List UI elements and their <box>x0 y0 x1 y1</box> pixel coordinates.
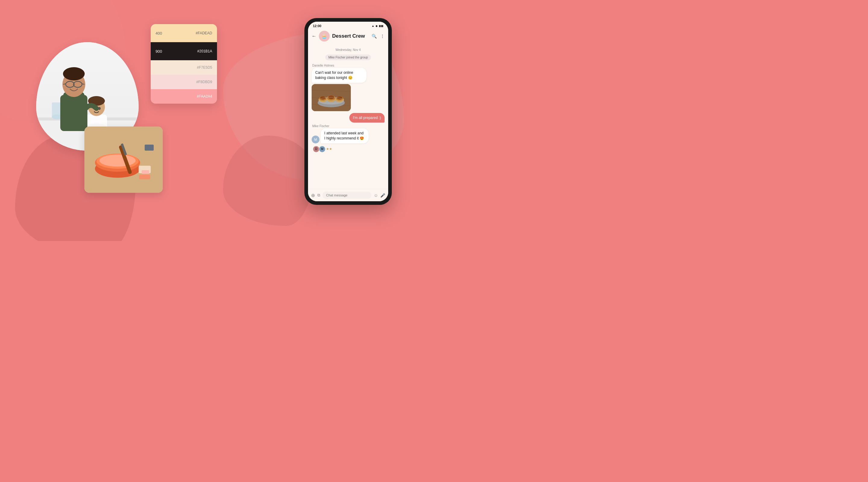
system-message: Mike Fischer joined the group <box>325 55 371 60</box>
status-icons: ▲ ◆ ▮▮▮ <box>372 24 383 27</box>
message-text-outgoing: I'm all prepared :) <box>353 116 381 120</box>
reaction-stars: ★★ <box>326 147 332 151</box>
emoji-mike: 😍 <box>360 136 364 140</box>
status-time: 12:00 <box>313 24 321 28</box>
swatch-400: 400 #FADEAD <box>151 24 217 42</box>
swatch-salmon: #FAA2A4 <box>151 89 217 104</box>
chat-header: ← 🧁 Dessert Crew 🔍 ⋮ <box>308 29 388 44</box>
chat-messages: Wednesday, Nov 4 Mike Fischer joined the… <box>308 44 388 189</box>
message-image-tarts <box>312 84 351 111</box>
chat-input-bar: ⊕ ⧉ ☺ 🎤 <box>308 189 388 201</box>
swatch-400-label: 400 <box>156 31 162 36</box>
message-bubble-danielle: Can't wait for our online baking class t… <box>312 68 367 83</box>
mike-message-row: M I attended last week and I highly reco… <box>312 128 384 143</box>
left-content-area: 400 #FADEAD 900 #201B1A #F7E5D5 #F8DBD9 … <box>36 24 223 217</box>
swatch-900-hex: #201B1A <box>197 49 212 53</box>
date-separator: Wednesday, Nov 4 <box>312 48 384 52</box>
signal-icon: ◆ <box>375 24 378 27</box>
chat-input[interactable] <box>322 192 371 199</box>
color-swatches-card: 400 #FADEAD 900 #201B1A #F7E5D5 #F8DBD9 … <box>151 24 217 104</box>
swatch-pink: #F8DBD9 <box>151 75 217 89</box>
message-bubble-mike: I attended last week and I highly recomm… <box>321 128 369 143</box>
message-mike: Mike Fischer M I attended last week and … <box>312 124 384 143</box>
reaction-avatar-2: M <box>319 146 326 153</box>
mike-avatar: M <box>312 135 319 143</box>
group-avatar: 🧁 <box>319 31 330 41</box>
message-danielle: Danielle Holmes Can't wait for our onlin… <box>312 64 384 111</box>
message-bubble-outgoing: I'm all prepared :) <box>349 113 384 123</box>
message-outgoing: I'm all prepared :) <box>312 113 384 123</box>
svg-point-24 <box>99 155 135 167</box>
baking-svg <box>84 127 163 193</box>
tarts-svg <box>312 84 351 111</box>
svg-point-18 <box>63 67 85 81</box>
swatch-900-label: 900 <box>156 49 162 54</box>
svg-rect-28 <box>139 175 150 179</box>
swatch-pink-hex: #F8DBD9 <box>196 80 212 84</box>
reaction-avatar-1: D <box>313 146 319 153</box>
swatch-light-peach: #F7E5D5 <box>151 60 217 75</box>
battery-icon: ▮▮▮ <box>379 24 383 27</box>
add-icon[interactable]: ⊕ <box>311 193 315 198</box>
search-icon[interactable]: 🔍 <box>372 34 377 38</box>
swatch-salmon-hex: #FAA2A4 <box>197 94 212 98</box>
more-options-icon[interactable]: ⋮ <box>380 34 384 38</box>
status-bar: 12:00 ▲ ◆ ▮▮▮ <box>308 22 388 29</box>
swatch-light-peach-hex: #F7E5D5 <box>197 65 212 70</box>
message-image-inner <box>312 84 351 111</box>
sender-danielle: Danielle Holmes <box>312 64 334 67</box>
message-text-danielle: Can't wait for our online baking class t… <box>315 70 353 80</box>
phone-screen: 12:00 ▲ ◆ ▮▮▮ ← 🧁 Dessert Crew 🔍 ⋮ Wedne… <box>308 22 388 201</box>
svg-rect-10 <box>60 95 87 131</box>
photo-collage <box>36 42 163 199</box>
group-name: Dessert Crew <box>332 33 372 39</box>
background-blob-4 <box>223 135 313 226</box>
svg-point-19 <box>66 88 82 96</box>
reaction-row: D M ★★ <box>313 146 384 153</box>
attach-icon[interactable]: ⧉ <box>317 193 320 198</box>
svg-rect-29 <box>145 144 154 151</box>
swatch-900: 900 #201B1A <box>151 42 217 60</box>
baking-photo <box>84 127 163 193</box>
swatch-400-hex: #FADEAD <box>195 31 212 35</box>
back-button[interactable]: ← <box>312 33 316 39</box>
mic-icon[interactable]: 🎤 <box>380 193 385 198</box>
header-actions: 🔍 ⋮ <box>372 34 384 38</box>
svg-rect-30 <box>142 170 149 174</box>
wifi-icon: ▲ <box>372 24 374 27</box>
sender-mike: Mike Fischer <box>312 124 330 128</box>
message-text-mike: I attended last week and I highly recomm… <box>324 131 364 140</box>
phone-mockup: 12:00 ▲ ◆ ▮▮▮ ← 🧁 Dessert Crew 🔍 ⋮ Wedne… <box>304 18 392 205</box>
emoji-icon[interactable]: ☺ <box>374 193 378 198</box>
